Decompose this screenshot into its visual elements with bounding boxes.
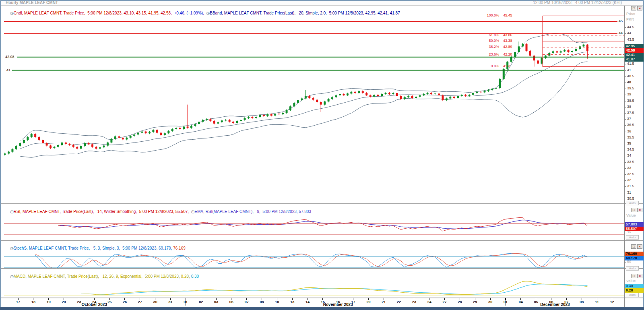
rsi-panel-legend: ◷RSI, MAPLE LEAF CMNT, Trade Price(Last)… bbox=[6, 205, 311, 210]
price-axis-tick: 37 bbox=[627, 117, 631, 121]
date-tick: 12 bbox=[607, 300, 617, 304]
date-tick: 02 bbox=[196, 300, 206, 304]
hline-price-label: 45 bbox=[619, 19, 623, 23]
price-axis-tick-mark bbox=[625, 83, 626, 83]
hline-price-label: 44 bbox=[619, 31, 623, 35]
price-axis-tick-mark bbox=[625, 119, 626, 120]
price-axis-tick-mark bbox=[625, 199, 626, 199]
close-icon[interactable]: × bbox=[637, 6, 642, 10]
price-axis-tick: 30.5 bbox=[627, 196, 634, 201]
price-axis-tick-mark bbox=[625, 107, 626, 107]
auto-scale-button[interactable]: Auto bbox=[626, 266, 639, 271]
fib-level-pct: 100.0% bbox=[473, 13, 499, 18]
stoch-panel-legend: ◷StochS, MAPLE LEAF CMNT, Trade Price, 5… bbox=[6, 242, 186, 247]
time-range-label: 12:00 PM 10/16/2023 - 4:00 PM 12/12/2023… bbox=[533, 0, 622, 5]
indicator-clock-icon: ◷ bbox=[10, 209, 14, 214]
fib-level-pct: 0.0% bbox=[473, 64, 499, 68]
date-tick: 29 bbox=[470, 300, 480, 304]
price-panel-legend: ◷Cndl, MAPLE LEAF CMNT, Trade Price, 5:0… bbox=[6, 6, 400, 12]
date-tick: 31 bbox=[166, 300, 175, 304]
date-tick: 20 bbox=[363, 300, 373, 304]
price-axis-title: Price bbox=[626, 12, 635, 16]
close-icon[interactable]: × bbox=[637, 208, 642, 212]
price-axis-tick: 37.5 bbox=[627, 111, 634, 115]
restore-icon[interactable]: □ bbox=[631, 274, 636, 278]
price-axis-tick: 31.5 bbox=[627, 184, 634, 188]
month-label: November 2023 bbox=[316, 302, 360, 307]
macd-value-badge: 0.28 bbox=[625, 288, 644, 293]
date-tick: 08 bbox=[577, 300, 586, 304]
price-axis-tick-mark bbox=[625, 95, 626, 95]
legend-macd[interactable]: MACD, MAPLE LEAF CMNT, Trade Price(Last)… bbox=[14, 274, 191, 279]
macd-panel-legend: ◷MACD, MAPLE LEAF CMNT, Trade Price(Last… bbox=[6, 270, 199, 275]
month-separator bbox=[506, 298, 506, 306]
price-axis-tick-mark bbox=[625, 156, 626, 156]
fib-level-value: 41.3 bbox=[503, 64, 510, 68]
fib-level-value: 42.28 bbox=[503, 52, 512, 57]
panel-separator bbox=[0, 298, 644, 298]
date-tick: 07 bbox=[242, 300, 252, 304]
price-axis-tick: 36.5 bbox=[627, 123, 634, 127]
chart-canvas bbox=[0, 0, 644, 310]
price-axis-tick: 44.5 bbox=[627, 25, 634, 29]
price-axis-tick-mark bbox=[625, 180, 626, 181]
price-axis-tick-mark bbox=[625, 138, 626, 138]
legend-rsi-ema[interactable]: EMA, RSI(MAPLE LEAF CMNT), 9, 5:00 PM 12… bbox=[194, 209, 311, 214]
price-axis-tick: 39 bbox=[627, 92, 631, 97]
date-tick: 14 bbox=[303, 300, 312, 304]
restore-icon[interactable]: □ bbox=[631, 6, 636, 10]
hline-price-label: 41 bbox=[6, 68, 10, 72]
panel-separator[interactable] bbox=[0, 203, 644, 204]
price-axis-tick: 32 bbox=[627, 178, 631, 182]
price-axis-tick-mark bbox=[625, 70, 626, 71]
price-axis-tick-mark bbox=[625, 174, 626, 175]
legend-macd-signal: 0.30 bbox=[191, 274, 199, 279]
price-axis-tick: 40.5 bbox=[627, 74, 634, 79]
date-tick: 30 bbox=[485, 300, 495, 304]
price-axis-tick: 39.5 bbox=[627, 86, 634, 91]
fib-level-pct: 38.2% bbox=[473, 45, 499, 49]
restore-icon[interactable]: □ bbox=[631, 208, 636, 212]
date-tick: 19 bbox=[44, 300, 54, 304]
price-badge: 41.87 bbox=[625, 57, 644, 62]
fib-level-pct: 23.6% bbox=[473, 52, 499, 57]
legend-cndl[interactable]: Cndl, MAPLE LEAF CMNT, Trade Price, 5:00… bbox=[14, 11, 174, 15]
legend-stochs[interactable]: StochS, MAPLE LEAF CMNT, Trade Price, 5,… bbox=[14, 246, 173, 250]
panel-separator[interactable] bbox=[0, 268, 644, 269]
price-axis-tick-mark bbox=[625, 162, 626, 163]
legend-bband[interactable]: BBand, MAPLE LEAF CMNT, Trade Price(Last… bbox=[210, 11, 400, 15]
date-tick: 06 bbox=[227, 300, 236, 304]
date-tick: 24 bbox=[425, 300, 434, 304]
panel-separator[interactable] bbox=[0, 240, 644, 241]
rsi-axis-title: Value bbox=[626, 213, 636, 217]
date-tick: 20 bbox=[59, 300, 69, 304]
auto-scale-button[interactable]: Auto bbox=[626, 201, 639, 205]
price-axis-tick-mark bbox=[625, 76, 626, 77]
date-tick: 11 bbox=[592, 300, 602, 304]
fib-level-value: 43.86 bbox=[503, 33, 512, 37]
price-axis-tick-mark bbox=[625, 64, 626, 64]
price-axis-tick-mark bbox=[625, 33, 626, 34]
stoch-value-badge: 76.169 bbox=[625, 252, 644, 256]
price-axis-tick: 35 bbox=[627, 141, 631, 146]
date-tick: 08 bbox=[257, 300, 267, 304]
title-separator bbox=[0, 5, 644, 6]
close-icon[interactable]: × bbox=[637, 244, 642, 249]
auto-scale-button[interactable]: Auto bbox=[626, 235, 639, 240]
date-tick: 27 bbox=[440, 300, 450, 304]
price-axis-tick: 34 bbox=[627, 153, 631, 158]
date-tick: 28 bbox=[455, 300, 464, 304]
legend-change: +0.46, (+1.09%), bbox=[174, 11, 206, 15]
indicator-clock-icon: ◷ bbox=[10, 246, 14, 250]
close-icon[interactable]: × bbox=[637, 274, 642, 278]
price-axis-tick: 34.5 bbox=[627, 147, 634, 152]
price-axis-tick-mark bbox=[625, 89, 626, 89]
auto-scale-button[interactable]: Auto bbox=[626, 293, 639, 297]
price-axis-tick-mark bbox=[625, 27, 626, 28]
month-separator bbox=[186, 298, 186, 306]
price-axis-tick-mark bbox=[625, 132, 626, 132]
date-tick: 27 bbox=[135, 300, 145, 304]
bottom-bar bbox=[0, 307, 644, 310]
legend-rsi[interactable]: RSI, MAPLE LEAF CMNT, Trade Price(Last),… bbox=[14, 209, 191, 214]
restore-icon[interactable]: □ bbox=[631, 244, 636, 249]
